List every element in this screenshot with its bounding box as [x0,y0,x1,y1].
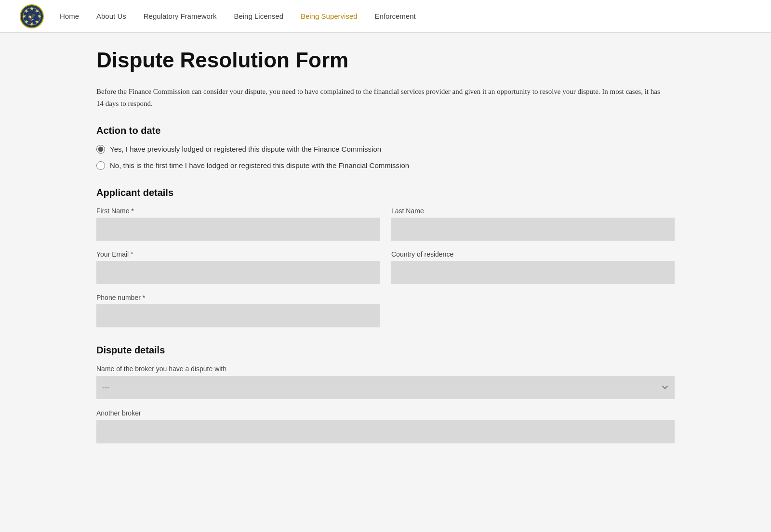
nav-item-supervised[interactable]: Being Supervised [301,12,358,21]
action-to-date-title: Action to date [96,125,675,136]
intro-text: Before the Finance Commission can consid… [96,86,665,110]
logo-icon: 🦅 [19,4,44,29]
last-name-label: Last Name [391,207,675,215]
nav-item-licensed[interactable]: Being Licensed [234,12,283,21]
main-content: Dispute Resolution Form Before the Finan… [77,33,694,490]
nav-item-home[interactable]: Home [60,12,79,21]
broker-select-field: Name of the broker you have a dispute wi… [96,364,675,399]
name-row: First Name * Last Name [96,207,675,241]
another-broker-label: Another broker [96,409,141,417]
phone-field: Phone number * [96,294,380,327]
applicant-details-section: Applicant details First Name * Last Name… [96,187,675,327]
phone-input[interactable] [96,304,380,327]
svg-text:🦅: 🦅 [27,12,37,21]
country-input[interactable] [391,261,675,284]
country-label: Country of residence [391,250,675,258]
nav-item-enforcement[interactable]: Enforcement [375,12,416,21]
phone-label: Phone number * [96,294,380,301]
nav-item-regulatory[interactable]: Regulatory Framework [144,12,217,21]
first-name-field: First Name * [96,207,380,241]
radio-no[interactable] [96,161,105,170]
country-field: Country of residence [391,250,675,284]
last-name-input[interactable] [391,218,675,241]
action-to-date-section: Action to date Yes, I have previously lo… [96,125,675,170]
nav-links: Home About Us Regulatory Framework Being… [60,12,416,21]
another-broker-field: Another broker [96,409,675,443]
dispute-details-section: Dispute details Name of the broker you h… [96,345,675,443]
radio-yes-label: Yes, I have previously lodged or registe… [110,145,381,153]
logo: 🦅 [19,4,44,29]
last-name-field: Last Name [391,207,675,241]
broker-select[interactable]: --- Broker A Broker B Broker C [96,376,675,399]
phone-row: Phone number * [96,294,675,327]
radio-option-yes[interactable]: Yes, I have previously lodged or registe… [96,145,675,154]
email-country-row: Your Email * Country of residence [96,250,675,284]
broker-label: Name of the broker you have a dispute wi… [96,365,226,373]
applicant-details-title: Applicant details [96,187,675,198]
radio-option-no[interactable]: No, this is the first time I have lodged… [96,161,675,170]
email-label: Your Email * [96,250,380,258]
navbar: 🦅 Home About Us Regulatory Framework Bei… [0,0,771,33]
radio-no-label: No, this is the first time I have lodged… [110,161,409,169]
radio-yes[interactable] [96,145,105,154]
email-field: Your Email * [96,250,380,284]
first-name-input[interactable] [96,218,380,241]
another-broker-input[interactable] [96,420,675,443]
email-input[interactable] [96,261,380,284]
first-name-label: First Name * [96,207,380,215]
dispute-details-title: Dispute details [96,345,675,356]
page-title: Dispute Resolution Form [96,48,675,72]
nav-item-about[interactable]: About Us [96,12,126,21]
broker-select-wrapper: --- Broker A Broker B Broker C [96,376,675,399]
